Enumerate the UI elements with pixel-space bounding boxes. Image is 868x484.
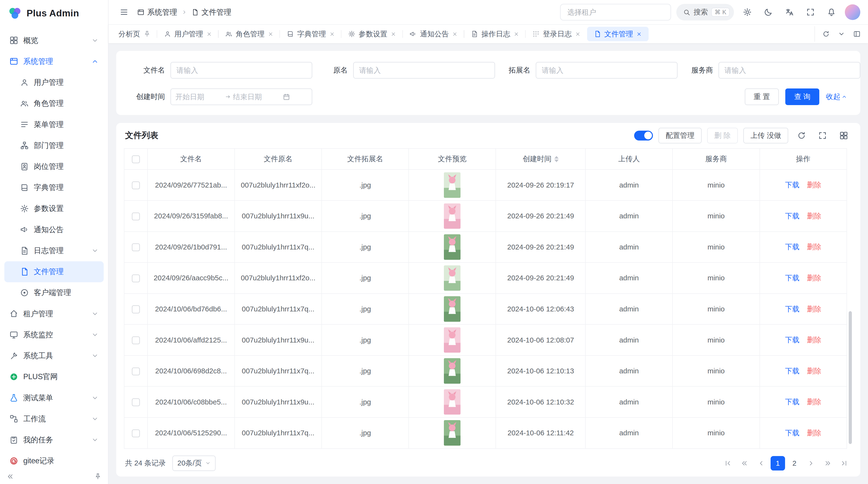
- delete-link[interactable]: 删除: [807, 243, 822, 251]
- file-preview-thumbnail[interactable]: [444, 358, 461, 384]
- sidebar-item-notice[interactable]: 通知公告: [4, 219, 103, 240]
- delete-link[interactable]: 删除: [807, 398, 822, 406]
- search-visibility-toggle[interactable]: [634, 131, 653, 140]
- download-link[interactable]: 下载: [785, 274, 800, 282]
- row-checkbox[interactable]: [132, 336, 140, 344]
- row-checkbox[interactable]: [132, 244, 140, 251]
- toggle-sidebar-button[interactable]: [116, 4, 132, 20]
- original-name-input[interactable]: [353, 62, 495, 78]
- sidebar-item-overview[interactable]: 概览: [4, 30, 103, 51]
- sidebar-item-log-mgmt[interactable]: 日志管理: [4, 240, 103, 261]
- user-avatar[interactable]: [845, 4, 860, 20]
- sidebar-item-my-tasks[interactable]: 我的任务: [4, 429, 103, 450]
- file-preview-thumbnail[interactable]: [444, 296, 461, 322]
- date-range-picker[interactable]: [170, 89, 312, 105]
- filename-input[interactable]: [170, 62, 312, 78]
- sidebar-item-plus-site[interactable]: PLUS官网: [4, 366, 103, 387]
- close-icon[interactable]: [207, 31, 212, 37]
- config-mgmt-button[interactable]: 配置管理: [658, 128, 702, 143]
- prev-page-button[interactable]: [754, 456, 768, 471]
- file-preview-thumbnail[interactable]: [444, 234, 461, 260]
- app-logo[interactable]: Plus Admin: [0, 0, 108, 27]
- close-icon[interactable]: [575, 31, 581, 37]
- tab-notice[interactable]: 通知公告: [403, 27, 464, 41]
- row-checkbox[interactable]: [132, 367, 140, 375]
- page-size-select[interactable]: 20条/页: [173, 456, 216, 471]
- fullscreen-button[interactable]: [803, 4, 818, 20]
- download-link[interactable]: 下载: [785, 181, 800, 189]
- sidebar-item-test-menu[interactable]: 测试菜单: [4, 387, 103, 408]
- end-date-input[interactable]: [233, 93, 280, 101]
- download-link[interactable]: 下载: [785, 212, 800, 220]
- tab-op-log[interactable]: 操作日志: [464, 27, 526, 41]
- next-5-pages-button[interactable]: [820, 456, 835, 471]
- pin-sidebar-button[interactable]: [94, 473, 101, 480]
- download-link[interactable]: 下载: [785, 398, 800, 406]
- select-all-checkbox[interactable]: [132, 156, 140, 163]
- tab-dict-mgmt[interactable]: 字典管理: [280, 27, 341, 41]
- layout-button[interactable]: [849, 26, 865, 42]
- tab-menu-button[interactable]: [834, 26, 849, 42]
- close-icon[interactable]: [391, 31, 396, 37]
- sidebar-item-dept-mgmt[interactable]: 部门管理: [4, 135, 103, 156]
- breadcrumb-file-mgmt[interactable]: 文件管理: [191, 7, 231, 18]
- sidebar-item-dict-mgmt[interactable]: 字典管理: [4, 177, 103, 198]
- file-preview-thumbnail[interactable]: [444, 389, 461, 415]
- delete-link[interactable]: 删除: [807, 181, 822, 189]
- close-icon[interactable]: [636, 31, 642, 37]
- download-link[interactable]: 下载: [785, 305, 800, 313]
- breadcrumb-system-mgmt[interactable]: 系统管理: [137, 7, 177, 18]
- row-checkbox[interactable]: [132, 429, 140, 437]
- sidebar-item-role-mgmt[interactable]: 角色管理: [4, 93, 103, 114]
- download-link[interactable]: 下载: [785, 243, 800, 251]
- page-1-button[interactable]: 1: [771, 456, 785, 471]
- global-search[interactable]: 搜索 ⌘ K: [676, 4, 734, 21]
- file-preview-thumbnail[interactable]: [444, 203, 461, 229]
- sidebar-item-menu-mgmt[interactable]: 菜单管理: [4, 114, 103, 135]
- query-button[interactable]: 查 询: [785, 89, 819, 105]
- column-settings-button[interactable]: [836, 128, 851, 143]
- file-preview-thumbnail[interactable]: [444, 420, 461, 446]
- prev-5-pages-button[interactable]: [737, 456, 752, 471]
- delete-link[interactable]: 删除: [807, 274, 822, 282]
- download-link[interactable]: 下载: [785, 367, 800, 375]
- collapse-filter-toggle[interactable]: 收起: [826, 92, 847, 102]
- sidebar-item-system-tools[interactable]: 系统工具: [4, 345, 103, 366]
- delete-link[interactable]: 删除: [807, 367, 822, 375]
- file-preview-thumbnail[interactable]: [444, 327, 461, 353]
- row-checkbox[interactable]: [132, 275, 140, 282]
- notifications-button[interactable]: [824, 4, 839, 20]
- close-icon[interactable]: [268, 31, 273, 37]
- next-page-button[interactable]: [804, 456, 818, 471]
- row-checkbox[interactable]: [132, 305, 140, 313]
- sidebar-item-gitee-record[interactable]: gitee记录: [4, 451, 103, 469]
- upload-button[interactable]: 上传 没做: [743, 128, 788, 143]
- sidebar-item-tenant-mgmt[interactable]: 租户管理: [4, 303, 103, 324]
- refresh-tab-button[interactable]: [818, 26, 834, 42]
- sidebar-item-client-mgmt[interactable]: 客户端管理: [4, 282, 103, 303]
- start-date-input[interactable]: [175, 93, 223, 101]
- delete-link[interactable]: 删除: [807, 305, 822, 313]
- delete-link[interactable]: 删除: [807, 212, 822, 220]
- file-preview-thumbnail[interactable]: [444, 265, 461, 291]
- close-icon[interactable]: [329, 31, 335, 37]
- last-page-button[interactable]: [837, 456, 851, 471]
- tab-role-mgmt[interactable]: 角色管理: [219, 27, 280, 41]
- theme-toggle-button[interactable]: [761, 4, 776, 20]
- sidebar-item-workflow[interactable]: 工作流: [4, 408, 103, 429]
- sidebar-item-post-mgmt[interactable]: 岗位管理: [4, 156, 103, 177]
- first-page-button[interactable]: [721, 456, 735, 471]
- tab-user-mgmt[interactable]: 用户管理: [157, 27, 219, 41]
- row-checkbox[interactable]: [132, 182, 140, 189]
- delete-link[interactable]: 删除: [807, 336, 822, 344]
- sidebar-item-user-mgmt[interactable]: 用户管理: [4, 72, 103, 93]
- reset-button[interactable]: 重 置: [745, 89, 779, 105]
- file-preview-thumbnail[interactable]: [444, 172, 461, 198]
- settings-button[interactable]: [740, 4, 755, 20]
- scrollbar-thumb[interactable]: [849, 311, 852, 444]
- download-link[interactable]: 下载: [785, 336, 800, 344]
- refresh-list-button[interactable]: [794, 128, 809, 143]
- language-button[interactable]: [782, 4, 797, 20]
- tab-param-settings[interactable]: 参数设置: [341, 27, 403, 41]
- sidebar-item-param-settings[interactable]: 参数设置: [4, 198, 103, 219]
